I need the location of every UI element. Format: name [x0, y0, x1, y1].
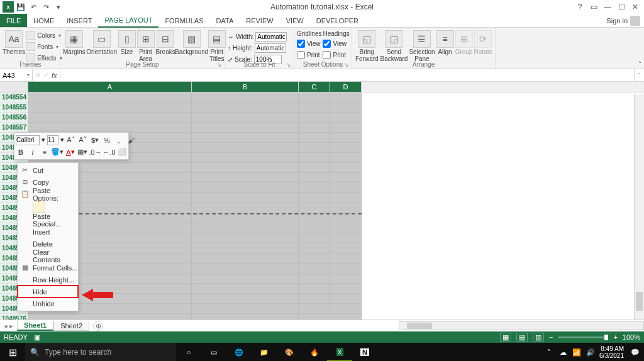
cell[interactable] — [192, 153, 299, 163]
cell[interactable] — [192, 304, 299, 314]
cell[interactable] — [192, 103, 299, 113]
cell[interactable] — [28, 123, 192, 133]
comma-format-button[interactable]: , — [114, 135, 124, 146]
cell[interactable] — [192, 223, 299, 233]
cell[interactable] — [192, 173, 299, 183]
cell[interactable] — [299, 243, 330, 253]
cell[interactable] — [28, 92, 192, 103]
mini-font-select[interactable] — [16, 135, 40, 145]
cortana-button[interactable]: ○ — [176, 343, 201, 361]
cell[interactable] — [299, 173, 330, 183]
cell[interactable] — [330, 213, 362, 223]
sign-in[interactable]: Sign in — [606, 14, 644, 27]
cell[interactable] — [330, 92, 362, 103]
cell[interactable] — [299, 274, 330, 284]
cell[interactable] — [192, 284, 299, 294]
name-box-input[interactable] — [3, 72, 27, 79]
row-header[interactable]: 1048554 — [0, 92, 28, 103]
taskbar-search[interactable]: 🔍 Type here to search — [25, 343, 176, 361]
tab-home[interactable]: HOME — [27, 14, 60, 27]
cell[interactable] — [330, 223, 362, 233]
size-button[interactable]: ▯Size — [118, 29, 136, 55]
cell[interactable] — [28, 314, 192, 319]
tray-volume-icon[interactable]: 🔊 — [586, 347, 596, 357]
maximize-button[interactable]: ☐ — [615, 1, 628, 13]
cell[interactable] — [330, 123, 362, 133]
sheet-tab-1[interactable]: Sheet1 — [17, 321, 53, 331]
cell[interactable] — [28, 103, 192, 113]
cell[interactable] — [299, 213, 330, 223]
cell[interactable] — [192, 133, 299, 143]
cell[interactable] — [299, 223, 330, 233]
format-painter-button[interactable]: 🖌 — [126, 135, 136, 146]
cell[interactable] — [192, 123, 299, 133]
width-select[interactable] — [255, 32, 287, 42]
bold-button[interactable]: B — [16, 147, 26, 158]
menu-clear-contents[interactable]: Clear Contents — [18, 250, 78, 262]
decrease-decimal-button[interactable]: ←.0 — [103, 147, 115, 158]
cell[interactable] — [192, 243, 299, 253]
breaks-button[interactable]: ⊟Breaks — [156, 29, 175, 55]
menu-format-cells[interactable]: ▦Format Cells... — [18, 262, 78, 274]
help-button[interactable]: ? — [574, 1, 586, 13]
cell[interactable] — [330, 294, 362, 304]
merge-button[interactable]: ⬜ — [117, 147, 127, 158]
menu-paste-special[interactable]: Paste Special... — [18, 214, 78, 226]
cell[interactable] — [299, 153, 330, 163]
tab-page-layout[interactable]: PAGE LAYOUT — [98, 14, 158, 28]
save-button[interactable]: 💾 — [15, 1, 26, 13]
margins-button[interactable]: ▦Margins — [63, 29, 86, 55]
column-header-B[interactable]: B — [192, 82, 299, 92]
tab-data[interactable]: DATA — [210, 14, 240, 27]
row-header[interactable]: 1048555 — [0, 103, 28, 113]
background-button[interactable]: ▧Background — [177, 29, 207, 55]
ribbon-options-button[interactable]: ▭ — [587, 1, 600, 13]
select-all-button[interactable] — [0, 82, 28, 92]
cell[interactable] — [192, 193, 299, 203]
cell[interactable] — [192, 183, 299, 193]
tab-view[interactable]: VIEW — [280, 14, 310, 27]
accounting-format-button[interactable]: $▾ — [90, 135, 100, 146]
redo-button[interactable]: ↷ — [40, 1, 52, 13]
macro-record-button[interactable]: ▣ — [34, 333, 40, 342]
formula-input[interactable] — [60, 69, 634, 81]
cell[interactable] — [299, 314, 330, 319]
taskbar-explorer[interactable]: 📁 — [252, 343, 277, 361]
row-header[interactable]: 1048557 — [0, 123, 28, 133]
menu-hide[interactable]: Hide — [18, 286, 78, 297]
qat-customize-button[interactable]: ▾ — [53, 1, 64, 13]
collapse-ribbon-button[interactable]: ˄ — [638, 60, 641, 67]
taskbar-clock[interactable]: 8:49 AM 6/3/2021 — [599, 345, 626, 359]
selection-pane-button[interactable]: ☰Selection Pane — [409, 29, 435, 62]
align-button[interactable]: ≡Align — [436, 29, 454, 55]
column-header-A[interactable]: A — [28, 82, 192, 92]
cell[interactable] — [299, 304, 330, 314]
menu-row-height[interactable]: Row Height... — [18, 274, 78, 286]
cell[interactable] — [330, 284, 362, 294]
bring-forward-button[interactable]: ◱Bring Forward — [355, 29, 379, 62]
group-button[interactable]: ⊞Group — [455, 29, 473, 55]
tray-onedrive-icon[interactable]: ☁ — [558, 347, 568, 357]
sheet-options-dialog-button[interactable]: ↘ — [344, 62, 350, 68]
cell[interactable] — [330, 274, 362, 284]
mini-fontsize-select[interactable] — [47, 135, 58, 145]
italic-button[interactable]: I — [28, 147, 38, 158]
cell[interactable] — [330, 304, 362, 314]
page-layout-view-button[interactable]: ▤ — [516, 333, 528, 342]
cell[interactable] — [299, 92, 330, 103]
cell[interactable] — [299, 103, 330, 113]
cell[interactable] — [330, 183, 362, 193]
print-area-button[interactable]: ⊞Print Area — [137, 29, 155, 62]
gridlines-print-checkbox[interactable] — [297, 51, 305, 59]
print-titles-button[interactable]: ▤Print Titles — [208, 29, 226, 62]
paste-button[interactable] — [33, 201, 45, 213]
cell[interactable] — [192, 264, 299, 274]
new-sheet-button[interactable]: ⊕ — [93, 321, 103, 331]
cell[interactable] — [192, 314, 299, 319]
cell[interactable] — [330, 253, 362, 264]
hscroll-thumb[interactable] — [407, 323, 432, 329]
cell[interactable] — [299, 294, 330, 304]
taskbar-notion[interactable]: N — [352, 343, 377, 361]
fonts-button[interactable]: Fonts▾ — [26, 42, 62, 52]
scale-dialog-button[interactable]: ↘ — [286, 62, 292, 68]
